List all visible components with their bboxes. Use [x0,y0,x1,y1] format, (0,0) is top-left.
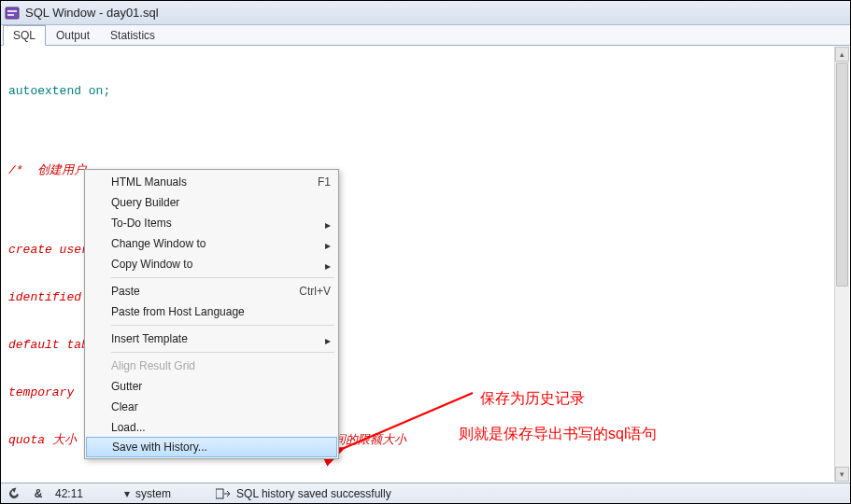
window-title: SQL Window - day01.sql [25,6,159,20]
schema-label: system [135,487,171,500]
menu-align-result-grid: Align Result Grid [85,356,338,376]
chevron-right-icon: ▸ [325,334,331,347]
tab-statistics[interactable]: Statistics [100,25,165,45]
menu-save-with-history[interactable]: Save with History... [86,437,337,457]
scroll-down-button[interactable]: ▾ [835,467,849,482]
ampersand-icon[interactable]: & [31,486,46,501]
sql-window-icon [5,6,20,21]
menu-separator [111,277,334,278]
titlebar: SQL Window - day01.sql [1,1,850,25]
menu-separator [111,325,334,326]
scroll-track[interactable] [835,63,849,466]
cursor-position: 42:11 [55,487,83,500]
chevron-down-icon: ▾ [124,487,130,500]
chevron-right-icon: ▸ [325,259,331,273]
scroll-thumb[interactable] [836,63,848,287]
menu-copy-window-to[interactable]: Copy Window to ▸ [85,254,338,274]
refresh-icon[interactable] [7,486,21,501]
statusbar: & 42:11 ▾ system SQL history saved succe… [1,483,850,503]
tab-label: SQL [13,29,35,42]
sql-history-icon [216,486,231,501]
svg-rect-2 [7,14,14,16]
menu-change-window-to[interactable]: Change Window to ▸ [85,233,338,254]
vertical-scrollbar[interactable]: ▴ ▾ [834,47,849,482]
svg-rect-1 [7,10,17,12]
tab-label: Statistics [110,29,155,42]
menu-paste-from-host[interactable]: Paste from Host Language [85,301,338,322]
tab-label: Output [56,29,90,42]
menu-insert-template[interactable]: Insert Template ▸ [85,329,338,349]
status-message: SQL history saved successfully [236,487,391,500]
chevron-right-icon: ▸ [325,239,331,252]
chevron-right-icon: ▸ [325,218,331,231]
status-message-chunk: SQL history saved successfully [216,486,391,501]
menu-separator [111,352,334,353]
svg-rect-5 [216,489,223,498]
menu-load[interactable]: Load... [85,417,338,438]
schema-selector[interactable]: ▾ system [128,487,171,500]
context-menu: HTML Manuals F1 Query Builder To-Do Item… [84,169,339,459]
menu-html-manuals[interactable]: HTML Manuals F1 [85,172,338,192]
tabs-row: SQL Output Statistics [1,25,850,46]
menu-query-builder[interactable]: Query Builder [85,192,338,213]
menu-paste[interactable]: Paste Ctrl+V [85,281,338,301]
svg-rect-0 [6,7,19,19]
scroll-up-button[interactable]: ▴ [835,47,849,62]
menu-todo-items[interactable]: To-Do Items ▸ [85,213,338,233]
menu-clear[interactable]: Clear [85,397,338,417]
menu-gutter[interactable]: Gutter [85,376,338,397]
tab-output[interactable]: Output [46,25,100,45]
tab-sql[interactable]: SQL [3,25,46,46]
